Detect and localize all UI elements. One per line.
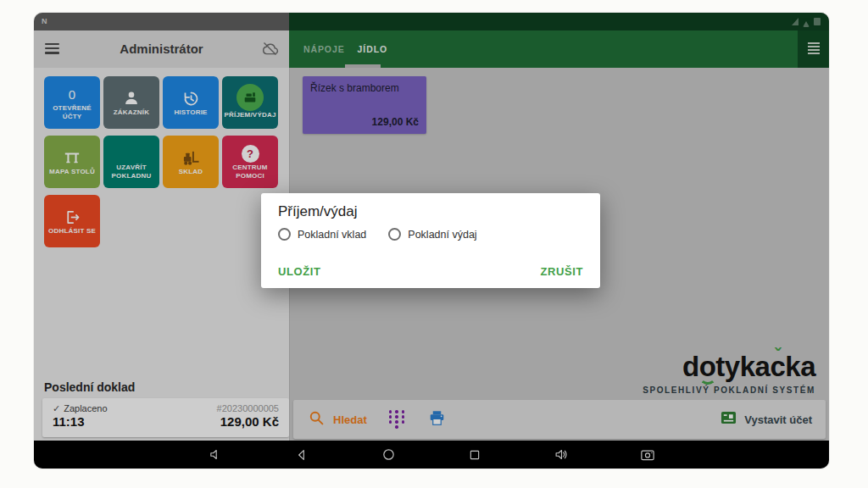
radio-pokladni-vydaj[interactable]: Pokladní výdaj bbox=[388, 228, 476, 241]
save-button[interactable]: ULOŽIT bbox=[278, 265, 321, 278]
cash-in-out-dialog: Příjem/výdaj Pokladní vklad Pokladní výd… bbox=[261, 193, 600, 288]
radio-circle[interactable] bbox=[388, 228, 401, 241]
dialog-options: Pokladní vklad Pokladní výdaj bbox=[278, 228, 477, 241]
radio-circle[interactable] bbox=[278, 228, 291, 241]
radio-pokladni-vklad[interactable]: Pokladní vklad bbox=[278, 228, 366, 241]
cancel-button[interactable]: ZRUŠIT bbox=[540, 265, 583, 278]
dialog-title: Příjem/výdaj bbox=[278, 203, 358, 220]
pos-app-screen: N Administrátor NÁPOJE JÍDLO bbox=[34, 13, 829, 469]
